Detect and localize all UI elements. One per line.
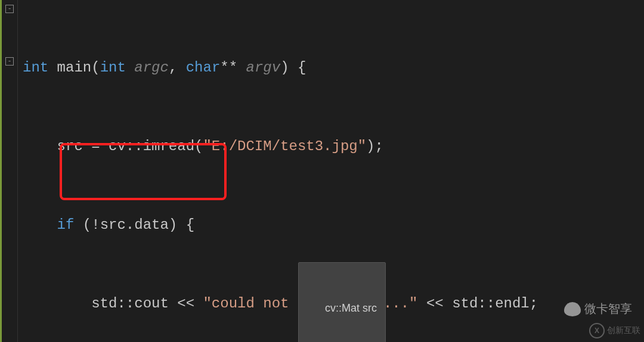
code-line: if (!src.data) { [23, 212, 639, 238]
fold-toggle-icon[interactable]: - [5, 5, 14, 13]
code-line: int main(int argc, char** argv) { [23, 55, 639, 81]
watermark-cx: X 创新互联 [589, 323, 640, 338]
wechat-icon [564, 302, 581, 316]
code-editor: - - int main(int argc, char** argv) { sr… [0, 0, 644, 342]
cx-logo-icon: X [589, 323, 605, 338]
fold-toggle-icon[interactable]: - [5, 57, 14, 66]
watermark-cx-text: 创新互联 [607, 325, 640, 336]
gutter: - - [0, 0, 18, 342]
watermark-wechat: 微卡智享 [564, 301, 632, 317]
watermark-wechat-text: 微卡智享 [584, 301, 632, 317]
tooltip-text: cv::Mat src [325, 302, 377, 314]
code-line: src = cv::imread("E:/DCIM/test3.jpg"); [23, 133, 639, 160]
code-area[interactable]: int main(int argc, char** argv) { src = … [18, 0, 644, 342]
hover-tooltip: cv::Mat src [298, 262, 386, 342]
